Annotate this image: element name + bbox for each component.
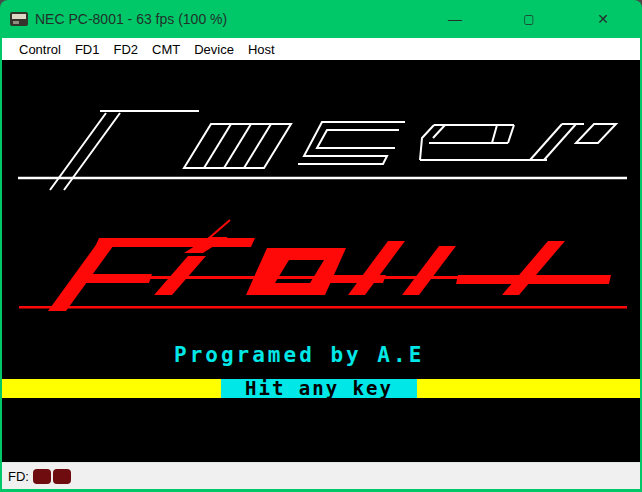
menu-item-cmt[interactable]: CMT <box>145 40 187 59</box>
menu-item-host[interactable]: Host <box>241 40 282 59</box>
fd-label: FD: <box>8 469 29 484</box>
window-controls: — ▢ ✕ <box>446 10 612 28</box>
menu-item-fd1[interactable]: FD1 <box>68 40 107 59</box>
hit-any-key-prompt: Hit any key <box>221 379 417 398</box>
key-prompt-bar: Hit any key <box>2 379 640 398</box>
window-title: NEC PC-8001 - 63 fps (100 %) <box>35 11 227 27</box>
emulator-screen[interactable]: Programed by A.E Hit any key <box>2 60 640 462</box>
title-logo-graphic <box>2 60 640 462</box>
credit-text: Programed by A.E <box>174 343 424 367</box>
maximize-icon[interactable]: ▢ <box>520 10 538 28</box>
minimize-icon[interactable]: — <box>446 10 464 28</box>
logo-laser <box>18 111 627 190</box>
fd1-led-indicator <box>33 469 51 484</box>
menu-item-fd2[interactable]: FD2 <box>106 40 145 59</box>
logo-fight <box>19 220 627 311</box>
close-icon[interactable]: ✕ <box>594 10 612 28</box>
title-bar[interactable]: NEC PC-8001 - 63 fps (100 %) — ▢ ✕ <box>2 0 640 38</box>
menu-item-control[interactable]: Control <box>12 40 68 59</box>
menu-item-device[interactable]: Device <box>187 40 241 59</box>
fd2-led-indicator <box>53 469 71 484</box>
menu-bar: Control FD1 FD2 CMT Device Host <box>2 38 640 60</box>
emulator-window: NEC PC-8001 - 63 fps (100 %) — ▢ ✕ Contr… <box>0 0 642 492</box>
app-icon <box>10 12 28 26</box>
status-bar: FD: <box>2 462 640 489</box>
